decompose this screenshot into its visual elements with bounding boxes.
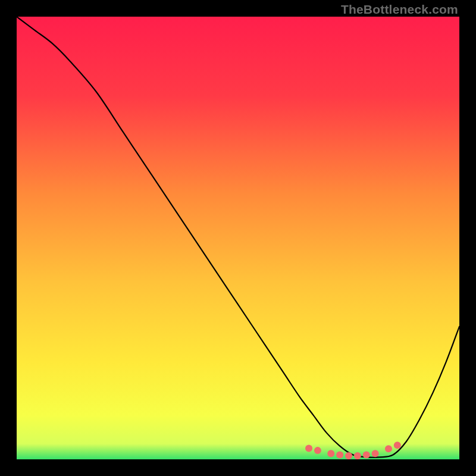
sweet-spot-dot bbox=[336, 452, 343, 459]
sweet-spot-dot bbox=[372, 450, 379, 457]
sweet-spot-dot bbox=[394, 441, 401, 449]
sweet-spot-dot bbox=[345, 452, 352, 459]
sweet-spot-dot bbox=[305, 444, 312, 452]
sweet-spot-dot bbox=[327, 450, 334, 457]
sweet-spot-dot bbox=[385, 445, 392, 452]
sweet-spot-dot bbox=[354, 452, 361, 459]
sweet-spot-dot bbox=[363, 452, 370, 459]
watermark-text: TheBottleneck.com bbox=[341, 2, 458, 17]
sweet-spot-dot bbox=[314, 447, 321, 454]
chart-container: TheBottleneck.com bbox=[0, 0, 476, 476]
bottleneck-curve bbox=[17, 17, 459, 459]
plot-area bbox=[17, 17, 459, 459]
